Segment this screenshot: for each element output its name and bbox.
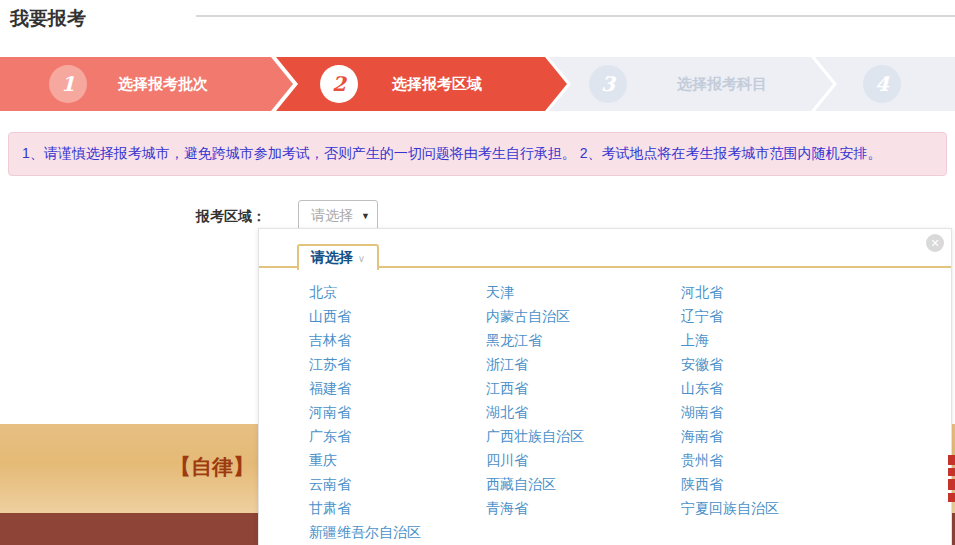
header-divider	[196, 15, 955, 17]
province-link[interactable]: 内蒙古自治区	[486, 308, 570, 326]
province-link[interactable]: 天津	[486, 284, 514, 302]
province-link[interactable]: 福建省	[309, 380, 351, 398]
step-3-number: 3	[589, 65, 627, 103]
tab-label: 请选择	[311, 249, 353, 267]
province-grid: 北京天津河北省山西省内蒙古自治区辽宁省吉林省黑龙江省上海江苏省浙江省安徽省福建省…	[309, 281, 779, 545]
chevron-down-icon: ∨	[358, 253, 365, 264]
tab-please-select[interactable]: 请选择 ∨	[297, 244, 379, 270]
page-title: 我要报考	[10, 6, 86, 32]
region-field-label: 报考区域：	[196, 208, 266, 226]
region-select-value: 请选择	[311, 207, 353, 225]
step-1-number: 1	[49, 65, 87, 103]
region-select[interactable]: 请选择 ▼	[298, 200, 378, 231]
step-2-region[interactable]: 2 选择报考区域	[276, 57, 567, 111]
province-link[interactable]: 湖北省	[486, 404, 528, 422]
province-link[interactable]: 广东省	[309, 428, 351, 446]
banner-right-fragment	[947, 453, 955, 508]
step-2-number: 2	[320, 65, 358, 103]
close-icon[interactable]: ✕	[926, 234, 944, 252]
province-link[interactable]: 宁夏回族自治区	[681, 500, 779, 518]
province-link[interactable]: 河北省	[681, 284, 723, 302]
province-link[interactable]: 甘肃省	[309, 500, 351, 518]
province-link[interactable]: 陕西省	[681, 476, 723, 494]
province-link[interactable]: 广西壮族自治区	[486, 428, 584, 446]
notice-banner: 1、请谨慎选择报考城市，避免跨城市参加考试，否则产生的一切问题将由考生自行承担。…	[8, 132, 947, 176]
step-1-label: 选择报考批次	[118, 57, 208, 111]
province-link[interactable]: 海南省	[681, 428, 723, 446]
select-chevron-icon: ▼	[361, 211, 370, 221]
region-picker-panel: ✕ 请选择 ∨ 北京天津河北省山西省内蒙古自治区辽宁省吉林省黑龙江省上海江苏省浙…	[258, 228, 952, 545]
province-link[interactable]: 西藏自治区	[486, 476, 556, 494]
step-4: 4	[815, 57, 955, 111]
province-link[interactable]: 湖南省	[681, 404, 723, 422]
step-1-batch[interactable]: 1 选择报考批次	[0, 57, 293, 111]
province-link[interactable]: 江西省	[486, 380, 528, 398]
province-link[interactable]: 贵州省	[681, 452, 723, 470]
province-link[interactable]: 江苏省	[309, 356, 351, 374]
step-3-subject: 3 选择报考科目	[549, 57, 833, 111]
province-link[interactable]: 青海省	[486, 500, 528, 518]
province-link[interactable]: 北京	[309, 284, 337, 302]
province-link[interactable]: 山东省	[681, 380, 723, 398]
step-4-number: 4	[863, 65, 901, 103]
promo-banner-text: 【自律】	[170, 453, 254, 481]
province-link[interactable]: 四川省	[486, 452, 528, 470]
province-link[interactable]: 黑龙江省	[486, 332, 542, 350]
province-link[interactable]: 上海	[681, 332, 709, 350]
province-link[interactable]: 云南省	[309, 476, 351, 494]
province-link[interactable]: 吉林省	[309, 332, 351, 350]
province-link[interactable]: 辽宁省	[681, 308, 723, 326]
province-link[interactable]: 安徽省	[681, 356, 723, 374]
province-link[interactable]: 河南省	[309, 404, 351, 422]
province-link[interactable]: 山西省	[309, 308, 351, 326]
province-link[interactable]: 重庆	[309, 452, 337, 470]
step-3-label: 选择报考科目	[677, 57, 767, 111]
province-link[interactable]: 新疆维吾尔自治区	[309, 524, 421, 542]
province-link[interactable]: 浙江省	[486, 356, 528, 374]
step-2-label: 选择报考区域	[392, 57, 482, 111]
notice-text: 1、请谨慎选择报考城市，避免跨城市参加考试，否则产生的一切问题将由考生自行承担。…	[22, 145, 881, 163]
step-wizard: 1 选择报考批次 2 选择报考区域 3 选择报考科目 4	[0, 57, 955, 111]
